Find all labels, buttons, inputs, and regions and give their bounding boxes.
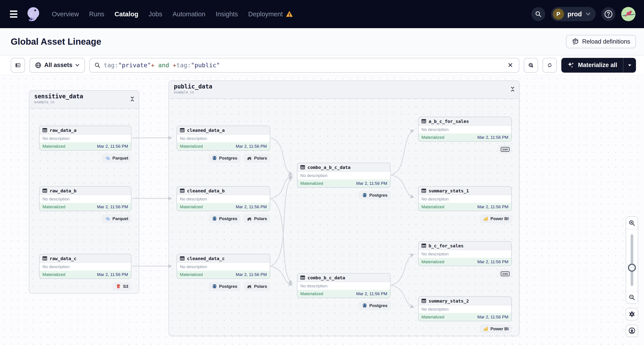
tag-polars[interactable]: Polars <box>244 282 270 291</box>
top-nav: Overview Runs Catalog Jobs Automation In… <box>0 0 644 28</box>
gear-icon <box>628 310 636 318</box>
asset-card[interactable]: a_b_c_for_sales No description Materiali… <box>418 117 512 142</box>
postgres-icon <box>362 192 367 198</box>
zoom-slider-thumb[interactable] <box>628 264 636 272</box>
asset-card[interactable]: summary_stats_2 No description Materiali… <box>418 296 512 321</box>
tag-postgres[interactable]: Postgres <box>359 301 390 310</box>
asset-card[interactable]: combo_b_c_data No description Materializ… <box>297 273 390 298</box>
materialize-all-button: Materialize all <box>561 58 636 72</box>
reload-definitions-button[interactable]: Reload definitions <box>566 35 636 48</box>
nav-item-jobs[interactable]: Jobs <box>148 10 162 18</box>
clear-search-icon[interactable]: ✕ <box>506 61 514 69</box>
refresh-button[interactable] <box>542 58 557 72</box>
tag-parquet[interactable]: Parquet <box>102 214 132 223</box>
asset-timestamp: Mar 2, 11:56 PM <box>356 291 387 296</box>
tag-parquet[interactable]: Parquet <box>102 154 132 163</box>
zoom-slider-track[interactable] <box>630 234 633 286</box>
zoom-in-button[interactable] <box>626 217 638 229</box>
asset-name: combo_b_c_data <box>308 275 345 280</box>
s3-icon <box>116 284 121 289</box>
postgres-icon <box>212 284 217 289</box>
asset-card[interactable]: raw_data_a No description MaterializedMa… <box>39 126 132 150</box>
asset-card[interactable]: raw_data_b No description MaterializedMa… <box>39 186 132 211</box>
asset-status: Materialized <box>42 144 65 149</box>
nav-item-overview[interactable]: Overview <box>52 10 79 18</box>
reload-cube-icon <box>572 38 579 45</box>
asset-card[interactable]: cleaned_data_b No description Materializ… <box>176 186 270 211</box>
dagster-app: Overview Runs Catalog Jobs Automation In… <box>0 0 644 345</box>
asset-timestamp: Mar 2, 11:56 PM <box>236 272 267 277</box>
asset-description: No description <box>40 195 131 203</box>
panel-toggle-icon <box>15 62 20 68</box>
nav-item-deployment[interactable]: Deployment <box>248 10 293 18</box>
title-bar: Global Asset Lineage Reload definitions <box>0 28 644 56</box>
zoom-slider[interactable] <box>626 229 638 291</box>
materialize-all-main[interactable]: Materialize all <box>561 58 623 72</box>
zoom-out-button[interactable] <box>626 291 638 304</box>
asset-timestamp: Mar 2, 11:56 PM <box>477 135 508 140</box>
asset-description: No description <box>418 126 511 134</box>
group-header[interactable]: sensitive_data example_co <box>29 91 139 108</box>
polars-icon <box>247 216 252 222</box>
tag-postgres[interactable]: Postgres <box>209 282 240 291</box>
asset-description: No description <box>418 250 511 258</box>
asset-card[interactable]: summary_stats_1 No description Materiali… <box>418 186 512 211</box>
help-icon <box>604 10 613 18</box>
table-icon <box>421 119 426 124</box>
nav-item-insights[interactable]: Insights <box>216 10 238 18</box>
tag-postgres[interactable]: Postgres <box>209 214 240 223</box>
toggle-sidebar-button[interactable] <box>11 58 25 72</box>
tag-postgres[interactable]: Postgres <box>209 154 240 163</box>
collapse-group-icon[interactable] <box>130 96 135 102</box>
asset-card[interactable]: b_c_for_sales No description Materialize… <box>418 241 512 266</box>
tag-polars[interactable]: Polars <box>244 214 270 223</box>
group-repo: example_co <box>34 100 134 104</box>
asset-name: cleaned_data_b <box>187 188 225 194</box>
asset-scope-dropdown[interactable]: All assets <box>30 58 85 72</box>
tag-powerbi[interactable]: Power BI <box>480 324 512 334</box>
tag-s3[interactable]: S3 <box>112 282 132 291</box>
nav-right-cluster: P prod <box>532 7 636 21</box>
asset-card[interactable]: cleaned_data_c No description Materializ… <box>176 254 270 279</box>
download-icon <box>628 327 636 334</box>
asset-status: Materialized <box>42 272 65 277</box>
graph-settings-button[interactable] <box>626 308 638 320</box>
dagster-logo-icon[interactable] <box>24 6 42 22</box>
asset-node-combo-a-b-c-data: combo_a_b_c_data No description Material… <box>297 163 390 200</box>
materialize-options-caret[interactable] <box>623 58 636 72</box>
asset-name: raw_data_a <box>50 128 76 133</box>
menu-icon[interactable] <box>8 10 19 18</box>
asset-card[interactable]: raw_data_c No description MaterializedMa… <box>39 254 132 279</box>
search-query-text: tag:"private"+ and +tag:"public" <box>104 62 503 68</box>
view-groups-button[interactable] <box>524 58 538 72</box>
asset-search-input[interactable]: tag:"private"+ and +tag:"public" ✕ <box>90 58 519 72</box>
nav-item-runs[interactable]: Runs <box>89 10 104 18</box>
deployment-switcher[interactable]: P prod <box>551 7 596 21</box>
group-repo: example_co <box>174 90 514 94</box>
asset-node-raw-data-a: raw_data_a No description MaterializedMa… <box>39 126 132 163</box>
tag-powerbi[interactable]: Power BI <box>480 214 512 223</box>
tag-csv[interactable]: csv <box>498 269 512 278</box>
asset-name: a_b_c_for_sales <box>428 119 469 124</box>
help-button[interactable] <box>602 7 616 21</box>
nav-item-catalog[interactable]: Catalog <box>115 10 138 18</box>
asset-name: summary_stats_1 <box>428 188 469 194</box>
asset-name: cleaned_data_a <box>187 128 225 133</box>
collapse-group-icon[interactable] <box>510 86 515 92</box>
tag-postgres[interactable]: Postgres <box>359 191 390 200</box>
group-header[interactable]: public_data example_co <box>169 81 519 99</box>
search-button[interactable] <box>532 7 545 21</box>
asset-card[interactable]: cleaned_data_a No description Materializ… <box>176 126 270 150</box>
nav-item-automation[interactable]: Automation <box>172 10 205 18</box>
csv-icon: csv <box>501 147 510 152</box>
asset-card[interactable]: combo_a_b_c_data No description Material… <box>297 163 390 188</box>
asset-description: No description <box>298 172 390 180</box>
deployment-avatar: P <box>553 8 564 20</box>
asset-status: Materialized <box>422 135 444 140</box>
tag-csv[interactable]: csv <box>498 145 512 154</box>
user-avatar[interactable] <box>621 7 636 21</box>
download-image-button[interactable] <box>626 324 638 337</box>
tag-polars[interactable]: Polars <box>244 154 270 163</box>
table-icon <box>180 128 185 133</box>
postgres-icon <box>362 303 367 308</box>
